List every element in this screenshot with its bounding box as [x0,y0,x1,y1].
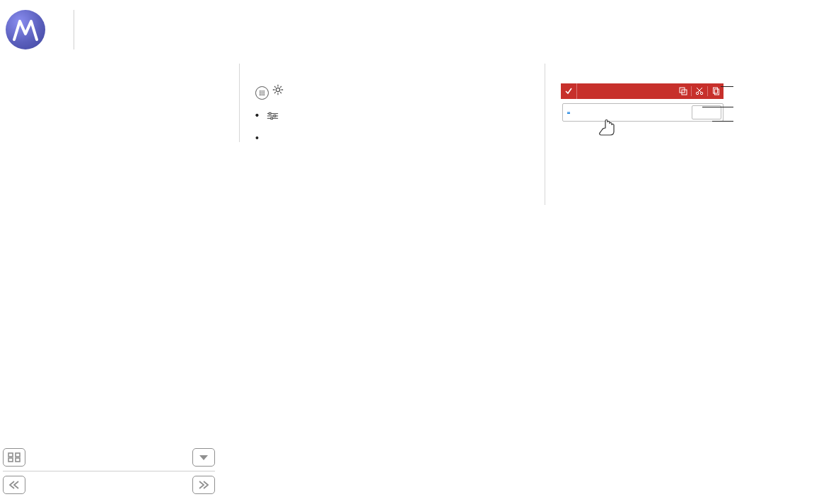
back-icon [3,476,25,494]
step-number [561,154,571,158]
svg-point-7 [262,94,263,95]
sliders-icon [267,112,279,120]
apps-icon [255,86,269,100]
column-cut-copy-paste [545,64,831,205]
select-all-icon [675,83,691,99]
help-button[interactable] [185,448,215,467]
find-it-path [255,83,538,100]
cut-icon [692,83,707,99]
svg-point-1 [262,90,263,92]
gear-icon [272,83,284,96]
step-item [561,154,831,158]
step-item [561,164,831,168]
page-header [6,8,831,51]
svg-rect-22 [8,453,13,457]
step-item [561,174,831,178]
menu-button[interactable] [3,448,33,467]
callout-leader [721,86,733,87]
next-button[interactable] [185,476,215,494]
hand-tap-icon [595,115,620,140]
svg-point-6 [260,94,261,95]
header-divider [74,10,74,49]
text-selection-illustration [561,83,752,141]
svg-point-4 [262,93,263,94]
send-button [692,105,721,119]
svg-rect-23 [16,453,20,457]
next-icon [192,476,215,494]
svg-rect-20 [714,88,718,93]
column-text-entry [239,64,550,142]
step-number [561,174,571,178]
svg-rect-21 [715,89,719,95]
step-number [561,164,571,168]
svg-point-2 [263,90,265,92]
step-number [561,184,571,188]
svg-rect-13 [269,112,271,115]
done-icon [561,83,577,99]
svg-rect-15 [271,117,273,119]
help-icon [192,448,215,467]
svg-point-9 [276,88,279,91]
svg-rect-14 [274,115,276,117]
svg-point-5 [263,93,265,94]
steps-list [561,154,831,188]
menu-icon [3,448,25,467]
svg-point-8 [263,94,265,95]
footer-nav [3,447,215,496]
svg-point-18 [696,92,698,94]
selected-text [567,111,570,114]
svg-marker-26 [199,455,208,460]
callout-leader [712,121,733,122]
svg-rect-24 [8,458,13,462]
bullet-item [255,108,538,122]
svg-point-19 [700,92,702,94]
svg-point-0 [260,90,261,92]
motorola-logo-icon [6,10,45,49]
bullet-list [255,108,538,122]
action-bar [561,83,724,99]
back-button[interactable] [3,476,33,494]
step-item [561,184,831,188]
callout-leader [702,107,733,107]
svg-rect-25 [16,458,20,462]
text-field [562,103,724,122]
svg-point-3 [260,93,261,94]
